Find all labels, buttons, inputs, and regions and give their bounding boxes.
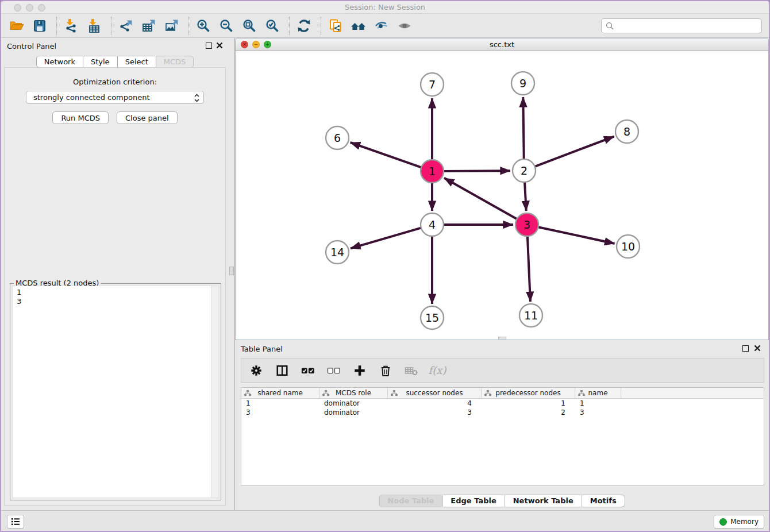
column-header-name[interactable]: name <box>575 388 621 398</box>
show-column-panel-icon[interactable] <box>275 364 289 377</box>
hierarchy-icon <box>322 390 329 398</box>
graph-node-11[interactable]: 11 <box>519 304 542 327</box>
tab-select[interactable]: Select <box>118 56 156 68</box>
function-builder-icon[interactable]: f(x) <box>430 364 444 377</box>
column-header-shared-name[interactable]: shared name <box>241 388 319 398</box>
import-network-icon[interactable] <box>63 17 80 34</box>
tab-style[interactable]: Style <box>83 56 118 68</box>
hide-graphics-details-icon[interactable] <box>373 17 390 34</box>
graph-node-8[interactable]: 8 <box>615 120 638 143</box>
search-input[interactable] <box>617 21 757 31</box>
close-panel-icon[interactable] <box>216 42 223 49</box>
refresh-view-icon[interactable] <box>295 17 313 34</box>
graph-node-2[interactable]: 2 <box>513 159 536 182</box>
graph-node-14[interactable]: 14 <box>326 241 349 264</box>
zoom-out-icon[interactable] <box>218 17 235 34</box>
mcds-result-value: 1 <box>17 288 21 297</box>
tab-network[interactable]: Network <box>36 56 83 68</box>
table-panel-float-icon[interactable] <box>742 345 749 352</box>
table-cell[interactable]: 1 <box>482 399 575 408</box>
tab-edge-table[interactable]: Edge Table <box>442 495 505 507</box>
splitter-grip[interactable] <box>229 267 234 275</box>
column-header-mcds-role[interactable]: MCDS role <box>319 388 388 398</box>
task-history-button[interactable] <box>7 515 24 529</box>
table-cell[interactable]: 3 <box>388 408 482 417</box>
graph-edge-2-3[interactable] <box>525 182 526 211</box>
graph-edge-4-14[interactable] <box>351 228 421 249</box>
delete-column-trash-icon[interactable] <box>379 364 392 377</box>
create-new-column-icon[interactable] <box>353 364 367 377</box>
table-cell[interactable]: 1 <box>575 399 621 408</box>
graph-edge-1-2[interactable] <box>444 171 510 171</box>
network-window: × − + scc.txt 7968124314101511 <box>235 38 769 340</box>
graph-edge-3-11[interactable] <box>528 236 530 302</box>
tab-network-table[interactable]: Network Table <box>505 495 582 507</box>
table-cell[interactable]: 2 <box>482 408 575 417</box>
result-scrollbar[interactable] <box>211 286 218 498</box>
toolbar-separator <box>111 17 111 35</box>
network-canvas[interactable]: 7968124314101511 <box>236 51 768 340</box>
zoom-selected-icon[interactable] <box>264 17 281 34</box>
save-session-icon[interactable] <box>31 17 48 34</box>
column-header-successor-nodes[interactable]: successor nodes <box>388 388 482 398</box>
table-settings-gear-icon[interactable] <box>249 364 263 377</box>
table-cell[interactable]: dominator <box>319 399 388 408</box>
tab-node-table[interactable]: Node Table <box>379 495 442 507</box>
table-panel-close-icon[interactable] <box>754 345 761 352</box>
graph-node-4[interactable]: 4 <box>421 213 444 236</box>
graph-edge-3-1[interactable] <box>444 178 517 219</box>
tab-mcds[interactable]: MCDS <box>156 56 194 68</box>
column-header-predecessor-nodes[interactable]: predecessor nodes <box>482 388 575 398</box>
graph-node-6[interactable]: 6 <box>326 126 349 149</box>
graph-node-1[interactable]: 1 <box>421 160 444 183</box>
show-graphics-details-icon[interactable] <box>396 17 413 34</box>
graph-node-3[interactable]: 3 <box>515 213 538 236</box>
graph-edge-3-10[interactable] <box>538 227 615 244</box>
zoom-fit-icon[interactable] <box>241 17 258 34</box>
graph-edge-2-9[interactable] <box>523 97 523 159</box>
mcds-result-list[interactable]: 13 <box>12 286 219 498</box>
open-session-icon[interactable] <box>8 17 25 34</box>
float-panel-icon[interactable] <box>206 43 212 49</box>
network-graph[interactable]: 7968124314101511 <box>236 51 768 340</box>
graph-edge-2-8[interactable] <box>535 137 614 167</box>
network-window-titlebar[interactable]: × − + scc.txt <box>236 38 768 51</box>
close-panel-button[interactable]: Close panel <box>117 111 178 124</box>
graph-node-7[interactable]: 7 <box>421 73 444 96</box>
window-titlebar: Session: New Session <box>1 1 769 14</box>
table-cell[interactable]: 4 <box>388 399 482 408</box>
horizontal-splitter-grip[interactable] <box>498 337 506 340</box>
optimization-select[interactable]: strongly connected component <box>26 91 204 104</box>
graph-node-label: 11 <box>524 309 538 322</box>
hierarchy-icon <box>391 390 398 398</box>
export-table-icon[interactable] <box>140 17 157 34</box>
show-all-networks-icon[interactable] <box>350 17 367 34</box>
table-cell[interactable]: 3 <box>241 408 319 417</box>
select-all-columns-icon[interactable] <box>301 364 315 377</box>
graph-node-9[interactable]: 9 <box>511 72 534 95</box>
delete-table-icon[interactable] <box>405 364 418 377</box>
duplicate-network-icon[interactable] <box>327 17 344 34</box>
table-row[interactable]: 3dominator323 <box>241 408 764 417</box>
graph-node-15[interactable]: 15 <box>421 306 444 329</box>
tab-motifs[interactable]: Motifs <box>582 495 625 507</box>
export-network-icon[interactable] <box>117 17 134 34</box>
table-row[interactable]: 1dominator411 <box>241 399 764 408</box>
table-cell[interactable]: dominator <box>319 408 388 417</box>
table-cell[interactable]: 3 <box>575 408 621 417</box>
graph-node-label: 9 <box>519 77 526 90</box>
table-toolbar: f(x) <box>241 358 764 383</box>
import-table-icon[interactable] <box>86 17 103 34</box>
run-mcds-button[interactable]: Run MCDS <box>52 111 109 124</box>
panel-splitter[interactable] <box>229 38 235 510</box>
graph-edge-1-6[interactable] <box>351 142 421 167</box>
unselect-all-columns-icon[interactable] <box>327 364 341 377</box>
export-image-icon[interactable] <box>163 17 180 34</box>
table-cell[interactable]: 1 <box>241 399 319 408</box>
memory-button[interactable]: Memory <box>714 515 764 529</box>
graph-node-10[interactable]: 10 <box>617 235 640 258</box>
main-area: Control Panel NetworkStyleSelectMCDS Opt… <box>1 38 769 510</box>
search-box <box>601 18 762 33</box>
zoom-in-icon[interactable] <box>195 17 212 34</box>
column-header-label: predecessor nodes <box>495 389 560 397</box>
